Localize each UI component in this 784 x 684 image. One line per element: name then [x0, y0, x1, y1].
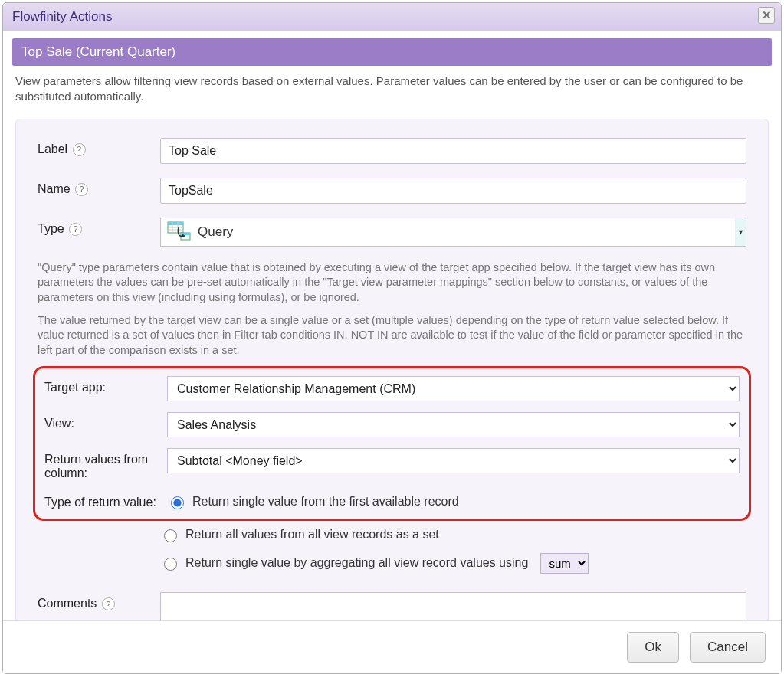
aggregate-function-select[interactable]: sum [540, 553, 589, 574]
row-return-column: Return values from column: Subtotal <Mon… [44, 448, 740, 480]
row-return-all: Return all values from all view records … [38, 524, 746, 545]
return-single-first-option[interactable]: Return single value from the first avail… [167, 491, 740, 512]
name-label: Name ? [38, 178, 160, 196]
label-label: Label ? [38, 138, 160, 156]
return-all-set-radio[interactable] [164, 529, 177, 542]
dropdown-arrow-icon: ▼ [735, 218, 746, 246]
row-return-aggregate: Return single value by aggregating all v… [38, 550, 746, 577]
dialog-window: Flowfinity Actions ✕ Top Sale (Current Q… [2, 2, 782, 674]
comments-label-text: Comments [38, 597, 97, 610]
spacer [38, 524, 160, 529]
row-name: Name ? [38, 178, 746, 204]
help-icon[interactable]: ? [73, 143, 86, 156]
target-app-select[interactable]: Customer Relationship Management (CRM) [167, 376, 740, 401]
label-input[interactable] [160, 138, 746, 164]
return-column-label: Return values from column: [44, 448, 167, 480]
window-title: Flowfinity Actions [12, 9, 112, 24]
type-select[interactable]: Query ▼ [160, 218, 746, 247]
return-type-label: Type of return value: [44, 491, 167, 509]
row-comments: Comments ? [38, 592, 746, 620]
comments-label: Comments ? [38, 592, 160, 610]
row-view: View: Sales Analysis [44, 412, 740, 437]
help-paragraph-2: The value returned by the target view ca… [38, 313, 746, 358]
close-icon: ✕ [762, 8, 772, 22]
svg-rect-1 [168, 222, 183, 225]
view-label: View: [44, 412, 167, 430]
help-icon[interactable]: ? [69, 223, 82, 236]
row-return-type-first: Type of return value: Return single valu… [44, 491, 740, 512]
highlight-box: Target app: Customer Relationship Manage… [33, 366, 751, 521]
return-column-select[interactable]: Subtotal <Money field> [167, 448, 740, 473]
help-paragraph-1: "Query" type parameters contain value th… [38, 260, 746, 306]
target-app-label: Target app: [44, 376, 167, 394]
close-button[interactable]: ✕ [758, 7, 775, 24]
section-title: Top Sale (Current Quarter) [21, 44, 175, 59]
help-icon[interactable]: ? [75, 183, 88, 196]
return-aggregate-radio[interactable] [164, 558, 177, 571]
scroll-area[interactable]: Top Sale (Current Quarter) View paramete… [3, 31, 781, 620]
comments-textarea[interactable] [160, 592, 746, 620]
name-label-text: Name [38, 182, 71, 195]
row-target-app: Target app: Customer Relationship Manage… [44, 376, 740, 401]
spacer [38, 550, 160, 555]
return-single-first-text: Return single value from the first avail… [192, 495, 459, 509]
form-card: Label ? Name ? Type [15, 119, 769, 621]
label-label-text: Label [38, 142, 67, 155]
name-input[interactable] [160, 178, 746, 204]
cancel-button[interactable]: Cancel [690, 632, 766, 663]
type-value: Query [198, 224, 735, 240]
row-type: Type ? [38, 218, 746, 247]
return-aggregate-text: Return single value by aggregating all v… [185, 556, 528, 570]
type-label: Type ? [38, 218, 160, 236]
window-titlebar: Flowfinity Actions ✕ [3, 3, 781, 31]
intro-text: View parameters allow filtering view rec… [15, 74, 769, 105]
dialog-footer: Ok Cancel [3, 620, 781, 673]
return-single-first-radio[interactable] [171, 496, 184, 509]
type-label-text: Type [38, 222, 64, 235]
help-icon[interactable]: ? [102, 597, 115, 610]
return-aggregate-option[interactable]: Return single value by aggregating all v… [160, 550, 746, 577]
return-all-set-option[interactable]: Return all values from all view records … [160, 524, 746, 545]
row-label: Label ? [38, 138, 746, 164]
ok-button[interactable]: Ok [627, 632, 679, 663]
view-select[interactable]: Sales Analysis [167, 412, 740, 437]
section-header: Top Sale (Current Quarter) [12, 38, 772, 66]
return-all-set-text: Return all values from all view records … [185, 528, 439, 542]
query-icon [167, 221, 192, 243]
